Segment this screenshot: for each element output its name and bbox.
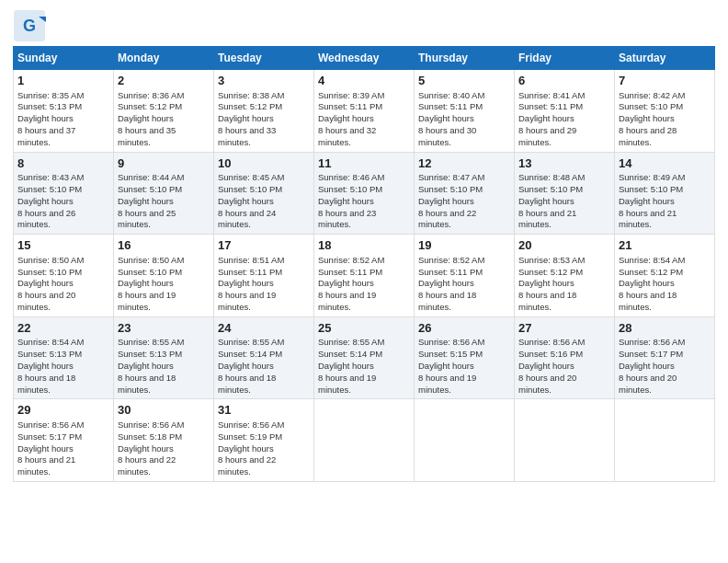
daylight-value: 8 hours and 26 minutes. [17, 208, 75, 230]
daylight-label: Daylight hours [619, 196, 675, 206]
sunset: Sunset: 5:14 PM [218, 349, 282, 359]
daylight-value: 8 hours and 18 minutes. [418, 290, 476, 312]
calendar-cell: 14Sunrise: 8:49 AMSunset: 5:10 PMDayligh… [615, 152, 715, 235]
day-number: 10 [218, 155, 310, 172]
sunrise: Sunrise: 8:44 AM [118, 172, 184, 182]
calendar-cell: 5Sunrise: 8:40 AMSunset: 5:11 PMDaylight… [415, 70, 515, 153]
sunset: Sunset: 5:17 PM [17, 431, 82, 442]
sunrise: Sunrise: 8:48 AM [518, 172, 585, 182]
calendar-cell: 31Sunrise: 8:56 AMSunset: 5:19 PMDayligh… [214, 399, 314, 482]
day-number: 26 [418, 320, 510, 337]
day-number: 31 [218, 402, 310, 419]
sunrise: Sunrise: 8:38 AM [218, 90, 284, 100]
sunset: Sunset: 5:10 PM [118, 184, 182, 194]
day-number: 28 [619, 320, 711, 337]
day-number: 15 [17, 237, 109, 254]
daylight-label: Daylight hours [619, 113, 675, 123]
sunrise: Sunrise: 8:55 AM [318, 337, 384, 347]
day-number: 27 [518, 320, 610, 337]
day-number: 6 [518, 73, 610, 89]
sunrise: Sunrise: 8:36 AM [118, 90, 184, 100]
sunrise: Sunrise: 8:45 AM [218, 172, 284, 182]
sunrise: Sunrise: 8:56 AM [418, 337, 484, 347]
daylight-value: 8 hours and 33 minutes. [218, 125, 276, 147]
calendar-cell: 30Sunrise: 8:56 AMSunset: 5:18 PMDayligh… [114, 399, 214, 482]
calendar-cell: 11Sunrise: 8:46 AMSunset: 5:10 PMDayligh… [314, 152, 415, 235]
calendar-cell: 8Sunrise: 8:43 AMSunset: 5:10 PMDaylight… [14, 152, 114, 235]
daylight-label: Daylight hours [17, 113, 74, 123]
calendar-cell: 3Sunrise: 8:38 AMSunset: 5:12 PMDaylight… [214, 70, 314, 153]
day-number: 16 [118, 237, 210, 254]
daylight-value: 8 hours and 19 minutes. [318, 290, 376, 312]
daylight-value: 8 hours and 18 minutes. [17, 373, 75, 395]
sunset: Sunset: 5:16 PM [518, 349, 583, 359]
col-friday: Friday [515, 47, 615, 70]
sunrise: Sunrise: 8:56 AM [619, 337, 685, 347]
sunrise: Sunrise: 8:56 AM [218, 419, 284, 430]
calendar-cell: 15Sunrise: 8:50 AMSunset: 5:10 PMDayligh… [14, 235, 114, 317]
daylight-value: 8 hours and 19 minutes. [218, 290, 276, 312]
calendar-cell [415, 399, 515, 482]
daylight-label: Daylight hours [118, 278, 174, 288]
daylight-value: 8 hours and 19 minutes. [418, 373, 476, 395]
daylight-label: Daylight hours [118, 361, 174, 371]
sunrise: Sunrise: 8:50 AM [118, 255, 184, 265]
sunset: Sunset: 5:12 PM [518, 267, 583, 277]
daylight-value: 8 hours and 29 minutes. [518, 125, 576, 147]
daylight-label: Daylight hours [619, 361, 675, 371]
sunrise: Sunrise: 8:55 AM [118, 337, 184, 347]
day-number: 25 [318, 320, 410, 337]
daylight-label: Daylight hours [518, 361, 574, 371]
sunrise: Sunrise: 8:42 AM [619, 90, 685, 100]
daylight-value: 8 hours and 18 minutes. [118, 373, 176, 395]
col-monday: Monday [114, 47, 214, 70]
sunset: Sunset: 5:13 PM [17, 349, 82, 359]
col-thursday: Thursday [415, 47, 515, 70]
daylight-label: Daylight hours [619, 278, 675, 288]
sunset: Sunset: 5:19 PM [218, 431, 282, 442]
calendar-week-3: 22Sunrise: 8:54 AMSunset: 5:13 PMDayligh… [14, 316, 715, 399]
sunrise: Sunrise: 8:40 AM [418, 90, 484, 100]
daylight-label: Daylight hours [17, 361, 74, 371]
daylight-value: 8 hours and 28 minutes. [619, 125, 677, 147]
day-number: 29 [17, 402, 109, 419]
sunset: Sunset: 5:11 PM [218, 267, 282, 277]
daylight-value: 8 hours and 23 minutes. [318, 208, 376, 230]
daylight-label: Daylight hours [418, 113, 474, 123]
daylight-value: 8 hours and 18 minutes. [218, 373, 276, 395]
sunset: Sunset: 5:10 PM [418, 184, 483, 194]
sunset: Sunset: 5:10 PM [17, 184, 82, 194]
daylight-label: Daylight hours [418, 278, 474, 288]
logo-icon: G [13, 9, 46, 42]
sunset: Sunset: 5:10 PM [619, 184, 683, 194]
sunrise: Sunrise: 8:56 AM [17, 419, 84, 430]
sunrise: Sunrise: 8:54 AM [619, 255, 685, 265]
calendar-cell: 25Sunrise: 8:55 AMSunset: 5:14 PMDayligh… [314, 316, 415, 399]
day-number: 20 [518, 237, 610, 254]
day-number: 24 [218, 320, 310, 337]
sunrise: Sunrise: 8:41 AM [518, 90, 585, 100]
daylight-label: Daylight hours [318, 278, 374, 288]
calendar-cell: 2Sunrise: 8:36 AMSunset: 5:12 PMDaylight… [114, 70, 214, 153]
daylight-value: 8 hours and 21 minutes. [17, 454, 75, 477]
sunrise: Sunrise: 8:51 AM [218, 255, 284, 265]
daylight-value: 8 hours and 19 minutes. [118, 290, 176, 312]
daylight-value: 8 hours and 32 minutes. [318, 125, 376, 147]
calendar-cell: 9Sunrise: 8:44 AMSunset: 5:10 PMDaylight… [114, 152, 214, 235]
col-saturday: Saturday [615, 47, 715, 70]
sunrise: Sunrise: 8:50 AM [17, 255, 84, 265]
sunset: Sunset: 5:12 PM [218, 101, 282, 111]
sunset: Sunset: 5:13 PM [17, 101, 82, 111]
daylight-value: 8 hours and 24 minutes. [218, 208, 276, 230]
calendar-cell: 17Sunrise: 8:51 AMSunset: 5:11 PMDayligh… [214, 235, 314, 317]
calendar-cell: 4Sunrise: 8:39 AMSunset: 5:11 PMDaylight… [314, 70, 415, 153]
calendar-cell [615, 399, 715, 482]
sunrise: Sunrise: 8:49 AM [619, 172, 685, 182]
sunset: Sunset: 5:10 PM [518, 184, 583, 194]
day-number: 14 [619, 155, 711, 172]
daylight-value: 8 hours and 21 minutes. [619, 208, 677, 230]
sunset: Sunset: 5:10 PM [17, 267, 82, 277]
sunset: Sunset: 5:10 PM [619, 101, 683, 111]
calendar-cell: 7Sunrise: 8:42 AMSunset: 5:10 PMDaylight… [615, 70, 715, 153]
col-tuesday: Tuesday [214, 47, 314, 70]
